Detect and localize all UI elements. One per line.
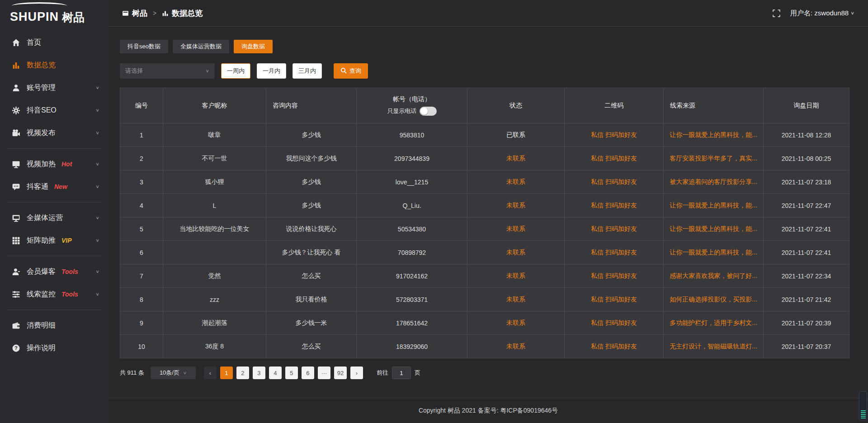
sidebar-item-account-management[interactable]: 账号管理 ∨ — [0, 76, 108, 99]
qrcode-actions[interactable]: 私信 扫码加好友 — [591, 225, 637, 232]
page-button-2[interactable]: 2 — [236, 367, 249, 379]
qrcode-actions[interactable]: 私信 扫码加好友 — [591, 155, 637, 162]
qrcode-actions[interactable]: 私信 扫码加好友 — [591, 202, 637, 209]
qrcode-actions[interactable]: 私信 扫码加好友 — [591, 272, 637, 279]
qrcode-actions[interactable]: 私信 扫码加好友 — [591, 178, 637, 185]
next-page-button[interactable]: › — [350, 367, 363, 379]
lead-source-link[interactable]: 多功能护栏灯，适用于乡村文... — [670, 319, 757, 326]
sidebar-item-douketong[interactable]: 抖客通 New ∨ — [0, 175, 108, 198]
tab-omnimedia-data[interactable]: 全媒体运营数据 — [173, 40, 229, 53]
lead-source-link[interactable]: 让你一眼就爱上的黑科技，能... — [670, 202, 757, 209]
col-header-content: 咨询内容 — [273, 102, 298, 109]
inquiry-content: 怎么买 — [302, 343, 321, 350]
goto-page-input[interactable] — [392, 367, 411, 379]
sidebar-item-member-burst[interactable]: 会员爆客 Tools ∨ — [0, 260, 108, 283]
lead-source-link[interactable]: 让你一眼就爱上的黑科技，能... — [670, 131, 757, 138]
total-count: 共 911 条 — [120, 369, 144, 377]
search-button[interactable]: 查询 — [334, 63, 368, 79]
sidebar-item-home[interactable]: 首页 — [0, 31, 108, 54]
chevron-down-icon: ∨ — [95, 269, 99, 274]
page-button-5[interactable]: 5 — [285, 367, 298, 379]
qrcode-actions[interactable]: 私信 扫码加好友 — [591, 296, 637, 303]
brand-logo[interactable]: SHUPIN 树品 — [0, 0, 108, 27]
select-placeholder: 请选择 — [125, 67, 143, 75]
page-button-1[interactable]: 1 — [220, 367, 233, 379]
row-id: 2 — [140, 155, 143, 162]
period-button-quarter[interactable]: 三月内 — [292, 63, 322, 79]
account-phone: 70898792 — [398, 249, 426, 256]
row-id: 1 — [140, 132, 143, 139]
customer-nickname: zzz — [210, 296, 219, 303]
chat-icon — [12, 183, 20, 191]
widget-bar — [861, 412, 866, 413]
table-header-row: 编号 客户昵称 咨询内容 帐号（电话） 只显示电话 — [120, 88, 849, 123]
sidebar-item-douyin-seo[interactable]: 抖音SEO ∨ — [0, 99, 108, 122]
table-row: 10 36度 8 怎么买 183929060 未联系 私信 扫码加好友 无主灯设… — [120, 335, 849, 358]
row-id: 8 — [140, 296, 143, 303]
lead-source-link[interactable]: 被大家追着问的客厅投影分享... — [670, 178, 757, 185]
floating-widget[interactable] — [859, 391, 867, 420]
phone-only-toggle[interactable] — [420, 107, 437, 116]
inquiry-content: 我只看价格 — [296, 296, 327, 303]
table-row: 6 多少钱？让我死心 看 70898792 未联系 私信 扫码加好友 让你一眼就… — [120, 241, 849, 264]
breadcrumb-item-shupin[interactable]: 树品 — [122, 8, 147, 19]
lead-source-link[interactable]: 感谢大家喜欢我家，被问了好... — [670, 272, 757, 279]
lead-source-link[interactable]: 客厅安装投影半年多了，真实... — [670, 155, 757, 162]
page-button-6[interactable]: 6 — [302, 367, 314, 379]
breadcrumb-item-data-overview[interactable]: 数据总览 — [162, 8, 203, 19]
lead-source-link[interactable]: 如何正确选择投影仪，买投影... — [670, 296, 757, 303]
sidebar-item-matrix-boost[interactable]: 矩阵助推 VIP ∨ — [0, 229, 108, 252]
sidebar-item-lead-monitor[interactable]: 线索监控 Tools ∨ — [0, 283, 108, 306]
video-camera-icon — [12, 129, 20, 137]
user-menu[interactable]: 用户名: zswodun88 ∨ — [790, 9, 854, 18]
filter-select[interactable]: 请选择 ∨ — [120, 63, 215, 79]
lead-source-link[interactable]: 无主灯设计，智能磁吸轨道灯... — [670, 343, 757, 350]
page-button-92[interactable]: 92 — [334, 367, 347, 379]
window-icon — [122, 10, 129, 17]
row-id: 6 — [140, 249, 143, 256]
col-header-qrcode: 二维码 — [604, 102, 623, 109]
tab-douyin-seo-data[interactable]: 抖音seo数据 — [120, 40, 168, 53]
chevron-down-icon: ∨ — [95, 238, 99, 243]
fullscreen-icon[interactable] — [773, 9, 780, 17]
sidebar-item-video-publish[interactable]: 视频发布 ∨ — [0, 122, 108, 144]
col-header-id: 编号 — [135, 102, 148, 109]
page-ellipsis-button[interactable]: ··· — [318, 367, 330, 379]
lead-source-link[interactable]: 让你一眼就爱上的黑科技，能... — [670, 225, 757, 232]
gear-icon — [12, 106, 20, 115]
sidebar-item-label: 抖客通 — [27, 182, 48, 192]
customer-nickname: 当地比较能吃的一位美女 — [180, 225, 250, 232]
page-button-4[interactable]: 4 — [269, 367, 282, 379]
col-header-source: 线索来源 — [670, 102, 695, 109]
customer-nickname: 36度 8 — [205, 343, 224, 350]
inquiry-date: 2021-11-07 20:39 — [782, 320, 831, 327]
copyright-text: Copyright 树品 2021 备案号: 粤ICP备09019646号 — [419, 407, 558, 415]
logo-text-en: SHUPIN — [10, 11, 59, 23]
sidebar-item-data-overview[interactable]: 数据总览 — [0, 54, 108, 76]
qrcode-actions[interactable]: 私信 扫码加好友 — [591, 319, 637, 326]
period-button-week[interactable]: 一周内 — [221, 63, 250, 79]
page-size-select[interactable]: 10条/页 ∨ — [151, 367, 196, 379]
logo-arc — [12, 2, 67, 9]
sidebar-item-omnimedia-operation[interactable]: 全媒体运营 ∨ — [0, 207, 108, 229]
account-phone: love__1215 — [396, 179, 428, 186]
qrcode-actions[interactable]: 私信 扫码加好友 — [591, 343, 637, 350]
status-text: 已联系 — [506, 131, 525, 138]
content: 抖音seo数据 全媒体运营数据 询盘数据 请选择 ∨ 一周内 一月内 三月内 查… — [108, 27, 868, 398]
tab-inquiry-data[interactable]: 询盘数据 — [234, 40, 273, 53]
table-row: 7 觉然 怎么买 917024162 未联系 私信 扫码加好友 感谢大家喜欢我家… — [120, 264, 849, 288]
sidebar-item-instructions[interactable]: ? 操作说明 — [0, 337, 108, 359]
qrcode-actions[interactable]: 私信 扫码加好友 — [591, 249, 637, 256]
sidebar-item-video-boost[interactable]: 视频加热 Hot ∨ — [0, 153, 108, 175]
qrcode-actions[interactable]: 私信 扫码加好友 — [591, 131, 637, 138]
toggle-knob — [420, 108, 428, 115]
sidebar-item-consumption-detail[interactable]: 消费明细 — [0, 314, 108, 337]
account-phone: Q_Liu. — [402, 202, 421, 209]
prev-page-button[interactable]: ‹ — [204, 367, 217, 379]
page-button-3[interactable]: 3 — [253, 367, 265, 379]
customer-nickname: 不可一世 — [202, 155, 227, 162]
sidebar-item-label: 线索监控 — [27, 290, 56, 299]
period-button-month[interactable]: 一月内 — [257, 63, 286, 79]
topbar: 树品 > 数据总览 用户名: zswodun88 ∨ — [108, 0, 868, 27]
lead-source-link[interactable]: 让你一眼就爱上的黑科技，能... — [670, 249, 757, 256]
